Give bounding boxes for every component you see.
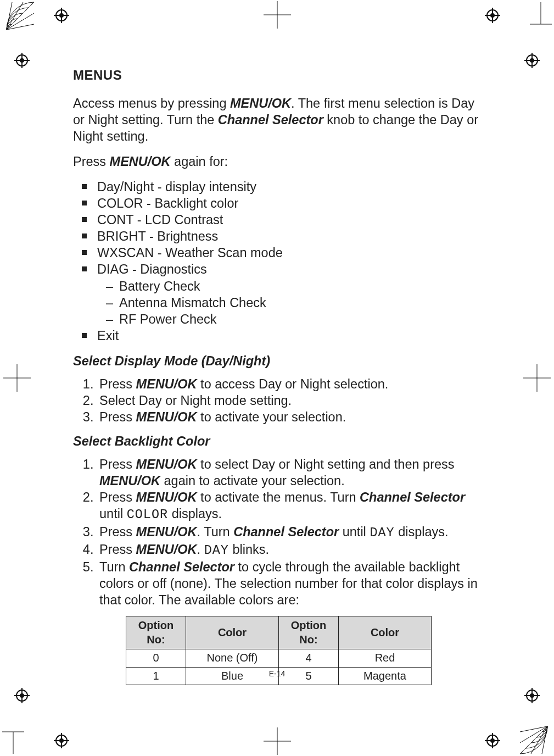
text: to access Day or Night selection.	[197, 377, 389, 391]
text: DIAG - Diagnostics	[97, 262, 207, 276]
text: .	[197, 542, 204, 557]
text: Antenna Mismatch Check	[119, 296, 266, 310]
intro-paragraph-2: Press MENU/OK again for:	[73, 153, 479, 170]
crop-mark-bl	[2, 721, 35, 754]
term-menu-ok: MENU/OK	[230, 96, 291, 110]
term-menu-ok: MENU/OK	[136, 410, 197, 424]
reg-mark-7	[54, 733, 69, 748]
text: Battery Check	[119, 279, 200, 293]
reg-mark-1	[54, 8, 69, 23]
list-item: Turn Channel Selector to cycle through t…	[97, 559, 479, 608]
term-menu-ok: MENU/OK	[136, 490, 197, 504]
table-header-row: Option No: Color Option No: Color	[126, 616, 432, 649]
term-menu-ok: MENU/OK	[136, 377, 197, 391]
text: Press	[99, 377, 136, 391]
term-channel-selector: Channel Selector	[218, 113, 323, 127]
menu-list: Day/Night - display intensity COLOR - Ba…	[73, 179, 479, 344]
svg-point-37	[59, 738, 64, 743]
term-menu-ok: MENU/OK	[136, 542, 197, 557]
term-menu-ok: MENU/OK	[110, 154, 171, 169]
cell: 0	[126, 649, 186, 668]
backlight-color-steps: Press MENU/OK to select Day or Night set…	[73, 456, 479, 608]
text: Access menus by pressing	[73, 96, 230, 110]
list-item: Press MENU/OK to access Day or Night sel…	[97, 376, 479, 392]
diag-sublist: Battery Check Antenna Mismatch Check RF …	[97, 278, 479, 327]
seg-display: DAY	[370, 525, 394, 540]
list-item: Press MENU/OK to activate the menus. Tur…	[97, 489, 479, 523]
heading-menus: MENUS	[73, 67, 479, 84]
text: Press	[99, 542, 136, 557]
list-item: CONT - LCD Contrast	[97, 212, 479, 228]
text: . Turn	[197, 525, 234, 539]
text: COLOR - Backlight color	[97, 196, 238, 210]
cell: 4	[279, 649, 339, 668]
text: Press	[99, 525, 136, 539]
cross-mark-bottom	[264, 727, 291, 755]
reg-mark-4	[524, 53, 540, 68]
svg-point-21	[20, 58, 24, 63]
svg-point-41	[490, 738, 495, 743]
th-option-no-2: Option No:	[279, 616, 339, 649]
list-item: RF Power Check	[119, 311, 479, 327]
seg-display: DAY	[204, 543, 229, 558]
list-item: COLOR - Backlight color	[97, 195, 479, 212]
display-mode-steps: Press MENU/OK to access Day or Night sel…	[73, 376, 479, 425]
list-item: Select Day or Night mode setting.	[97, 392, 479, 409]
list-item: DIAG - Diagnostics Battery Check Antenna…	[97, 261, 479, 327]
reg-mark-5	[14, 688, 30, 703]
text: displays.	[168, 507, 222, 521]
svg-point-17	[490, 13, 495, 18]
th-color: Color	[186, 616, 279, 649]
list-item: Press MENU/OK. DAY blinks.	[97, 541, 479, 559]
text: Day/Night - display intensity	[97, 180, 256, 194]
cross-mark-left	[3, 364, 31, 392]
crop-mark-tr	[519, 2, 552, 35]
text: Exit	[97, 329, 119, 343]
text: Select Day or Night mode setting.	[99, 393, 292, 408]
subhead-display-mode: Select Display Mode (Day/Night)	[73, 353, 479, 369]
reg-mark-2	[485, 8, 500, 23]
reg-mark-3	[14, 53, 30, 68]
print-fan-bottom-right	[519, 725, 549, 755]
th-option-no: Option No:	[126, 616, 186, 649]
reg-mark-6	[524, 688, 540, 703]
text: again for:	[171, 154, 228, 169]
text: to select Day or Night setting and then …	[197, 457, 455, 471]
intro-paragraph-1: Access menus by pressing MENU/OK. The fi…	[73, 95, 479, 144]
text: Press	[99, 490, 136, 504]
document-content: MENUS Access menus by pressing MENU/OK. …	[73, 67, 479, 685]
svg-point-33	[530, 693, 534, 698]
list-item: Antenna Mismatch Check	[119, 294, 479, 311]
table-row: 0 None (Off) 4 Red	[126, 649, 432, 668]
text: CONT - LCD Contrast	[97, 213, 223, 227]
list-item: Press MENU/OK. Turn Channel Selector unt…	[97, 524, 479, 541]
svg-point-13	[59, 13, 64, 18]
th-color-2: Color	[339, 616, 432, 649]
text: to activate your selection.	[197, 410, 346, 424]
seg-display: COLOR	[127, 507, 169, 522]
text: Turn	[99, 560, 129, 574]
text: Press	[99, 410, 136, 424]
page-number: E-14	[0, 669, 554, 678]
text: Press	[99, 457, 136, 471]
cell: None (Off)	[186, 649, 279, 668]
page: MENUS Access menus by pressing MENU/OK. …	[0, 0, 554, 756]
list-item: BRIGHT - Brightness	[97, 228, 479, 244]
text: again to activate your selection.	[160, 474, 345, 488]
cross-mark-right	[523, 364, 551, 392]
text: until	[339, 525, 370, 539]
text: RF Power Check	[119, 312, 217, 326]
term-menu-ok: MENU/OK	[99, 474, 160, 488]
term-menu-ok: MENU/OK	[136, 457, 197, 471]
text: to activate the menus. Turn	[197, 490, 360, 504]
list-item: Battery Check	[119, 278, 479, 294]
print-fan-top-left	[5, 1, 35, 31]
text: until	[99, 507, 127, 521]
term-menu-ok: MENU/OK	[136, 525, 197, 539]
text: Press	[73, 154, 110, 169]
subhead-backlight-color: Select Backlight Color	[73, 433, 479, 449]
list-item: WXSCAN - Weather Scan mode	[97, 244, 479, 261]
list-item: Press MENU/OK to select Day or Night set…	[97, 456, 479, 489]
svg-point-29	[20, 693, 24, 698]
text: WXSCAN - Weather Scan mode	[97, 246, 283, 260]
